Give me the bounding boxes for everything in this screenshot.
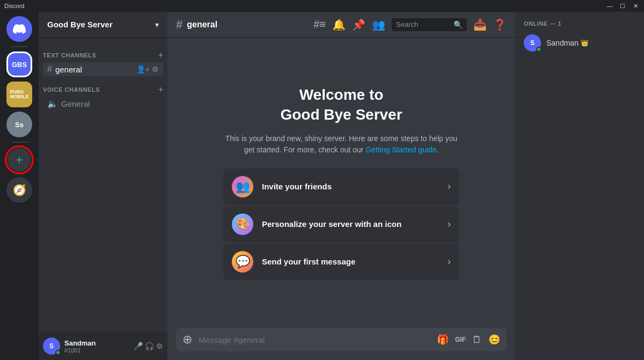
add-voice-channel-button[interactable]: + xyxy=(158,85,163,94)
minimize-button[interactable]: — xyxy=(605,3,614,10)
personalize-label: Personalize your server with an icon xyxy=(262,219,439,229)
getting-started-link[interactable]: Getting Started guide xyxy=(365,145,436,154)
send-message-card[interactable]: 💬 Send your first message › xyxy=(223,244,459,280)
channel-item-general[interactable]: # general 👤+ ⚙ xyxy=(43,62,163,76)
add-server-button[interactable]: + xyxy=(6,147,32,173)
threads-icon[interactable]: #≡ xyxy=(313,18,326,31)
user-controls: 🎤 🎧 ⚙ xyxy=(134,342,163,350)
pin-icon[interactable]: 📌 xyxy=(352,18,365,31)
personalize-arrow-icon: › xyxy=(448,218,451,230)
user-name: Sandman xyxy=(64,339,129,347)
help-icon[interactable]: ❓ xyxy=(493,18,507,31)
title-bar: Discord — ☐ ✕ xyxy=(0,0,644,12)
member-item-sandman[interactable]: S Sandman 👑 xyxy=(519,31,640,55)
maximize-button[interactable]: ☐ xyxy=(618,3,627,10)
settings-icon[interactable]: ⚙ xyxy=(152,65,159,74)
speaker-icon: 🔈 xyxy=(47,99,58,109)
welcome-container: Welcome to Good Bye Server This is your … xyxy=(223,85,459,280)
send-message-arrow-icon: › xyxy=(448,256,451,267)
message-input[interactable] xyxy=(199,335,430,344)
search-icon: 🔍 xyxy=(453,20,463,29)
server-icon-ss[interactable]: Ss xyxy=(6,112,32,137)
text-channels-category: TEXT CHANNELS + xyxy=(39,42,167,62)
online-section-title: ONLINE — 1 xyxy=(519,20,640,27)
server-icon-gbs[interactable]: GBS xyxy=(6,52,32,77)
channel-hash-icon: # xyxy=(176,18,182,32)
server-list: GBS PUBGMOBILE Ss + 🧭 xyxy=(0,12,39,360)
search-input[interactable] xyxy=(396,20,451,28)
server-divider-2 xyxy=(11,142,28,143)
discord-home-icon[interactable] xyxy=(6,16,32,42)
search-box: 🔍 xyxy=(392,18,467,31)
user-avatar: S xyxy=(43,337,60,355)
ss-server-wrapper: Ss xyxy=(6,112,32,137)
members-icon[interactable]: 👥 xyxy=(372,18,385,31)
invite-icon: 👥 xyxy=(232,176,253,197)
sticker-icon[interactable]: 🗒 xyxy=(472,334,482,346)
send-message-icon: 💬 xyxy=(232,251,253,273)
gbs-server-wrapper: GBS xyxy=(6,52,32,77)
members-sidebar: ONLINE — 1 S Sandman 👑 xyxy=(515,12,644,360)
user-panel: S Sandman #1001 🎤 🎧 ⚙ xyxy=(39,332,167,360)
channel-name-voice-general: General xyxy=(61,99,159,108)
message-input-box: ⊕ 🎁 GIF 🗒 😊 xyxy=(176,328,507,351)
welcome-description: This is your brand new, shiny server. He… xyxy=(223,133,459,156)
member-name-sandman: Sandman 👑 xyxy=(546,39,589,47)
explore-button[interactable]: 🧭 xyxy=(6,177,32,203)
user-info: Sandman #1001 xyxy=(64,339,129,354)
status-dot xyxy=(55,350,61,355)
inbox-icon[interactable]: 📥 xyxy=(473,18,487,31)
online-dot xyxy=(536,47,541,52)
send-message-label: Send your first message xyxy=(262,257,439,266)
add-text-channel-button[interactable]: + xyxy=(158,50,163,60)
title-bar-title: Discord xyxy=(4,3,24,9)
channel-header-left: # general xyxy=(176,18,217,32)
notification-icon[interactable]: 🔔 xyxy=(332,18,346,31)
message-input-area: ⊕ 🎁 GIF 🗒 😊 xyxy=(167,328,515,360)
server-header[interactable]: Good Bye Server ▾ xyxy=(39,12,167,38)
server-divider xyxy=(11,46,28,47)
close-button[interactable]: ✕ xyxy=(631,3,640,10)
message-add-button[interactable]: ⊕ xyxy=(182,333,192,347)
channel-list: TEXT CHANNELS + # general 👤+ ⚙ VOICE CHA… xyxy=(39,38,167,332)
microphone-icon[interactable]: 🎤 xyxy=(134,342,143,350)
channel-header-name: general xyxy=(187,20,217,30)
channel-item-voice-general[interactable]: 🔈 General xyxy=(43,97,163,111)
channel-sidebar: Good Bye Server ▾ TEXT CHANNELS + # gene… xyxy=(39,12,167,360)
invite-label: Invite your friends xyxy=(262,182,439,191)
personalize-icon: 🎨 xyxy=(232,214,253,235)
add-member-icon[interactable]: 👤+ xyxy=(136,65,150,74)
pubg-server-wrapper: PUBGMOBILE xyxy=(6,82,32,107)
voice-channels-category: VOICE CHANNELS + xyxy=(39,76,167,97)
chevron-down-icon: ▾ xyxy=(155,20,159,29)
text-channels-label: TEXT CHANNELS xyxy=(43,52,96,58)
hash-icon: # xyxy=(47,64,52,74)
member-avatar-sandman: S xyxy=(524,34,541,52)
chat-area: Welcome to Good Bye Server This is your … xyxy=(167,38,515,328)
gif-icon[interactable]: GIF xyxy=(455,336,466,343)
welcome-title: Welcome to Good Bye Server xyxy=(223,85,459,124)
channel-name-general: general xyxy=(55,65,133,74)
channel-header: # general #≡ 🔔 📌 👥 🔍 📥 ❓ xyxy=(167,12,515,38)
action-cards: 👥 Invite your friends › 🎨 Personalize yo… xyxy=(223,168,459,280)
server-name: Good Bye Server xyxy=(47,20,113,29)
server-icon-pubg[interactable]: PUBGMOBILE xyxy=(6,82,32,107)
crown-icon: 👑 xyxy=(581,39,589,47)
main-content: # general #≡ 🔔 📌 👥 🔍 📥 ❓ Welcome to xyxy=(167,12,515,360)
invite-friends-card[interactable]: 👥 Invite your friends › xyxy=(223,168,459,205)
channel-header-right: #≡ 🔔 📌 👥 🔍 📥 ❓ xyxy=(313,18,507,31)
title-bar-controls: — ☐ ✕ xyxy=(605,3,640,10)
discord-home-wrapper xyxy=(6,16,32,42)
user-settings-icon[interactable]: ⚙ xyxy=(156,342,163,350)
message-toolbar: 🎁 GIF 🗒 😊 xyxy=(437,334,500,346)
personalize-card[interactable]: 🎨 Personalize your server with an icon › xyxy=(223,206,459,243)
app-container: GBS PUBGMOBILE Ss + 🧭 Good Bye Serv xyxy=(0,12,644,360)
headphones-icon[interactable]: 🎧 xyxy=(145,342,154,350)
channel-actions: 👤+ ⚙ xyxy=(136,65,159,74)
gift-icon[interactable]: 🎁 xyxy=(437,334,449,346)
user-discriminator: #1001 xyxy=(64,347,129,354)
invite-arrow-icon: › xyxy=(448,181,451,192)
voice-channels-label: VOICE CHANNELS xyxy=(43,86,100,93)
emoji-icon[interactable]: 😊 xyxy=(488,334,500,346)
